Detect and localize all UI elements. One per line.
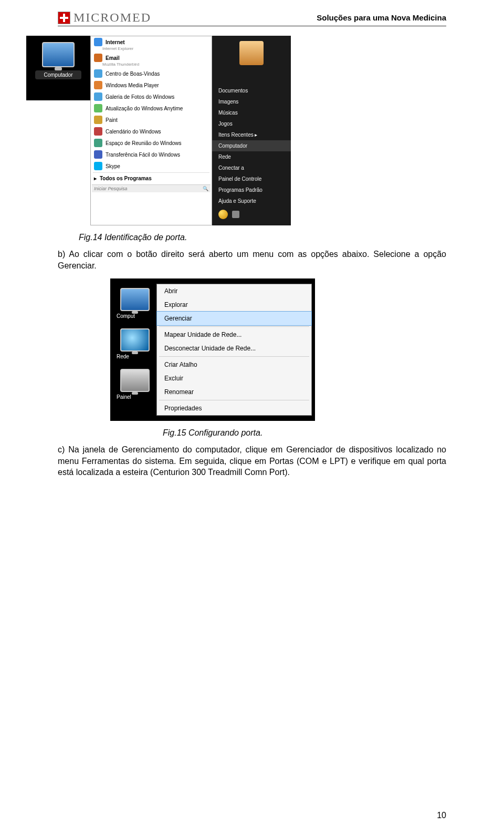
app-icon (94, 104, 102, 112)
start-item[interactable]: Centro de Boas-Vindas (91, 68, 212, 79)
user-picture-icon (239, 41, 264, 65)
paragraph-c: c) Na janela de Gerenciamento do computa… (58, 444, 446, 478)
start-item-label: Transferência Fácil do Windows (106, 152, 180, 158)
start-item-label: Internet (106, 39, 125, 45)
paragraph-b: b) Ao clicar com o botão direito será ab… (58, 249, 446, 271)
app-icon (94, 162, 102, 170)
context-menu-item[interactable]: Mapear Unidade de Rede... (157, 328, 311, 342)
app-icon (94, 92, 102, 101)
all-programs-label: Todos os Programas (100, 176, 152, 181)
start-item[interactable]: Galeria de Fotos do Windows (91, 91, 212, 102)
start-right-item[interactable]: Rede (212, 151, 291, 162)
computer-icon[interactable] (120, 288, 150, 311)
desktop-sidebar: Computador (26, 36, 90, 100)
start-search[interactable]: Iniciar Pesquisa🔍 (92, 184, 211, 192)
start-right-item[interactable]: Músicas (212, 107, 291, 118)
app-icon (94, 38, 102, 46)
context-menu-item[interactable]: Excluir (157, 371, 311, 385)
context-menu-item[interactable]: Criar Atalho (157, 358, 311, 371)
start-right-item[interactable]: Documentos (212, 85, 291, 96)
context-menu-item[interactable]: Desconectar Unidade de Rede... (157, 342, 311, 355)
start-item-sublabel: Mozilla Thunderbird (102, 62, 212, 68)
figure-15: Comput Rede Painel AbrirExplorarGerencia… (110, 278, 315, 421)
brand-name: MICROMED (74, 11, 151, 25)
start-item-label: Windows Media Player (106, 82, 159, 88)
start-right-item[interactable]: Ajuda e Suporte (212, 195, 291, 207)
brand-logo: MICROMED (58, 11, 151, 25)
start-item-label: Galeria de Fotos do Windows (106, 94, 174, 100)
start-item-label: Atualização do Windows Anytime (106, 106, 183, 111)
app-icon (94, 139, 102, 147)
start-right-item[interactable]: Painel de Controle (212, 173, 291, 184)
search-icon: 🔍 (203, 186, 208, 191)
start-item-label: Email (106, 55, 120, 61)
start-right-item[interactable]: Jogos (212, 118, 291, 129)
app-icon (94, 54, 102, 62)
context-menu: AbrirExplorarGerenciarMapear Unidade de … (156, 284, 312, 416)
start-item[interactable]: Atualização do Windows Anytime (91, 102, 212, 114)
separator (159, 326, 309, 327)
panel-short-label: Painel (117, 394, 158, 400)
start-menu-left: InternetInternet ExplorerEmailMozilla Th… (90, 36, 212, 225)
figure-14: Computador InternetInternet ExplorerEmai… (26, 36, 446, 225)
start-item[interactable]: Calendário do Windows (91, 126, 212, 137)
swiss-cross-icon (58, 12, 70, 24)
start-item-sublabel: Internet Explorer (102, 46, 212, 52)
page-header: MICROMED Soluções para uma Nova Medicina (58, 11, 446, 26)
start-item-label: Centro de Boas-Vindas (106, 71, 160, 77)
start-item[interactable]: Paint (91, 114, 212, 126)
context-menu-item[interactable]: Gerenciar (156, 311, 312, 326)
start-item-label: Skype (106, 163, 120, 169)
start-menu-right: DocumentosImagensMúsicasJogosItens Recen… (212, 36, 291, 225)
separator (159, 400, 309, 400)
start-right-item[interactable]: Imagens (212, 96, 291, 107)
start-item[interactable]: Skype (91, 160, 212, 172)
brand-tagline: Soluções para uma Nova Medicina (317, 13, 446, 22)
all-programs[interactable]: ▸ Todos os Programas (91, 173, 212, 183)
start-item[interactable]: Windows Media Player (91, 79, 212, 91)
start-right-item[interactable]: Programas Padrão (212, 184, 291, 195)
context-menu-item[interactable]: Explorar (157, 298, 311, 312)
app-icon (94, 81, 102, 89)
separator (159, 356, 309, 357)
start-right-item[interactable]: Conectar a (212, 162, 291, 173)
start-item-label: Paint (106, 117, 118, 123)
start-menu: InternetInternet ExplorerEmailMozilla Th… (90, 36, 291, 225)
start-item-label: Calendário do Windows (106, 129, 161, 135)
app-icon (94, 127, 102, 136)
network-icon[interactable] (120, 328, 150, 352)
control-panel-icon[interactable] (120, 369, 150, 392)
app-icon (94, 69, 102, 78)
context-menu-item[interactable]: Propriedades (157, 401, 311, 415)
app-icon (94, 116, 102, 124)
search-placeholder: Iniciar Pesquisa (94, 186, 128, 191)
context-menu-item[interactable]: Abrir (157, 284, 311, 298)
start-right-item[interactable]: Itens Recentes ▸ (212, 129, 291, 140)
start-item[interactable]: Transferência Fácil do Windows (91, 149, 212, 160)
network-short-label: Rede (117, 354, 158, 359)
page-number: 10 (437, 811, 446, 820)
start-item-label: Espaço de Reunião do Windows (106, 140, 182, 146)
power-row (212, 207, 291, 222)
lock-icon[interactable] (232, 211, 239, 218)
start-item[interactable]: Espaço de Reunião do Windows (91, 137, 212, 149)
start-right-item[interactable]: Computador (212, 140, 291, 151)
computer-label[interactable]: Computador (35, 70, 81, 79)
context-menu-item[interactable]: Renomear (157, 385, 311, 399)
app-icon (94, 150, 102, 159)
figure-14-caption: Fig.14 Identificação de porta. (79, 233, 446, 242)
power-button-icon[interactable] (218, 210, 228, 219)
chevron-right-icon: ▸ (94, 176, 97, 181)
computer-icon[interactable] (42, 42, 75, 67)
figure-15-caption: Fig.15 Configurando porta. (163, 428, 446, 438)
computer-short-label: Comput (117, 313, 158, 319)
